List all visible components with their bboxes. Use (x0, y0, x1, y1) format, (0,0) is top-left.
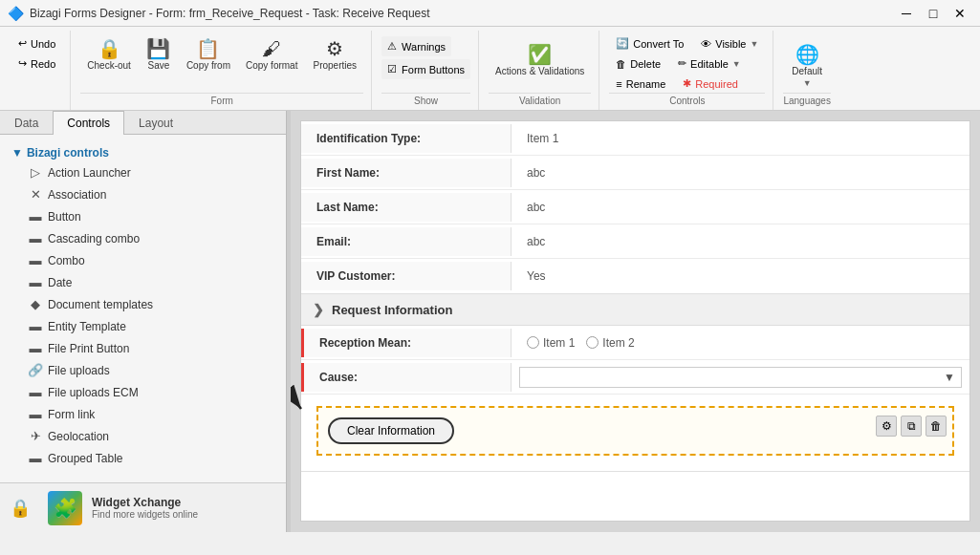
delete-icon: 🗑 (616, 58, 626, 70)
cause-select[interactable]: ▼ (519, 367, 962, 388)
widget-icon: 🧩 (48, 491, 82, 525)
toolbar-group-form: 🔒 Check-out 💾 Save 📋 Copy from 🖌 Copy fo… (73, 31, 372, 110)
editable-dropdown-arrow: ▼ (732, 59, 741, 69)
toolbar: ↩ Undo ↪ Redo . 🔒 Check-out 💾 Save 📋 Cop… (0, 27, 980, 111)
form-buttons-button[interactable]: ☑ Form Buttons (381, 59, 470, 79)
action-launcher-icon: ▷ (28, 165, 43, 180)
copy-format-icon: 🖌 (262, 39, 281, 58)
tree-item-combo[interactable]: ▬ Combo (23, 249, 278, 271)
tree-item-file-uploads[interactable]: 🔗 File uploads (23, 359, 278, 381)
form-buttons-icon: ☑ (387, 63, 397, 75)
tree-item-date[interactable]: ▬ Date (23, 271, 278, 293)
undo-button[interactable]: ↩ Undo (11, 34, 62, 53)
save-icon: 💾 (146, 39, 170, 58)
tree-item-file-print-button[interactable]: ▬ File Print Button (23, 337, 278, 359)
panel-content: ▼ Bizagi controls ▷ Action Launcher ✕ As… (0, 135, 286, 482)
radio-item-2[interactable]: Item 2 (586, 336, 634, 350)
widget-lock-icon: 🔒 (10, 498, 31, 519)
form-link-icon: ▬ (28, 407, 43, 421)
properties-icon: ⚙ (326, 39, 343, 58)
radio-circle-1 (527, 336, 539, 349)
tree-item-action-launcher[interactable]: ▷ Action Launcher (23, 161, 278, 183)
customer-info-section: Identification Type: Item 1 First Name: … (301, 121, 969, 294)
btn-tool-copy[interactable]: ⧉ (901, 416, 922, 437)
rename-button[interactable]: ≡ Rename (609, 75, 672, 93)
redo-button[interactable]: ↪ Redo (11, 54, 62, 73)
tab-controls[interactable]: Controls (53, 111, 124, 135)
validation-group-label: Validation (489, 93, 591, 106)
form-row-cause: Cause: ▼ (301, 360, 969, 395)
title-bar: 🔷 Bizagi Forms Designer - Form: frm_Rece… (0, 0, 980, 27)
tree-item-button[interactable]: ▬ Button (23, 205, 278, 227)
btn-tool-settings[interactable]: ⚙ (876, 416, 897, 437)
radio-item-1[interactable]: Item 1 (527, 336, 575, 350)
form-group-label: Form (80, 93, 363, 106)
vip-value: Yes (512, 262, 969, 290)
association-icon: ✕ (28, 187, 43, 202)
required-button[interactable]: ✱ Required (676, 75, 745, 93)
clear-information-button[interactable]: Clear Information (328, 417, 454, 444)
geolocation-icon: ✈ (28, 429, 43, 443)
cause-value[interactable]: ▼ (512, 363, 969, 392)
delete-button[interactable]: 🗑 Delete (609, 55, 667, 73)
tree-item-geolocation[interactable]: ✈ Geolocation (23, 425, 278, 447)
controls-group-label: Controls (609, 93, 765, 106)
tree-item-cascading-combo[interactable]: ▬ Cascading combo (23, 227, 278, 249)
properties-button[interactable]: ⚙ Properties (306, 34, 363, 75)
file-uploads-icon: 🔗 (28, 363, 43, 377)
copy-format-button[interactable]: 🖌 Copy format (239, 34, 304, 75)
copy-from-button[interactable]: 📋 Copy from (180, 34, 237, 75)
actions-icon: ✅ (528, 45, 552, 64)
toolbar-group-validation: ✅ Actions & Validations Validation (481, 31, 599, 110)
toolbar-group-show: ⚠ Warnings ☑ Form Buttons Show (374, 31, 479, 110)
email-label: Email: (301, 227, 512, 256)
widget-bar[interactable]: 🔒 🧩 Widget Xchange Find more widgets onl… (0, 482, 286, 532)
tree-items: ▷ Action Launcher ✕ Association ▬ Button… (8, 161, 278, 469)
tree-item-file-uploads-ecm[interactable]: ▬ File uploads ECM (23, 381, 278, 403)
tree-item-document-templates[interactable]: ◆ Document templates (23, 293, 278, 315)
cause-select-arrow: ▼ (944, 371, 955, 384)
tree-item-grouped-table[interactable]: ▬ Grouped Table (23, 447, 278, 469)
widget-text: Widget Xchange Find more widgets online (92, 496, 198, 520)
close-button[interactable]: ✕ (947, 4, 972, 23)
visible-dropdown-arrow: ▼ (751, 39, 759, 49)
warnings-button[interactable]: ⚠ Warnings (381, 36, 451, 56)
date-icon: ▬ (28, 275, 43, 289)
tab-layout[interactable]: Layout (124, 111, 187, 135)
toolbar-group-languages: 🌐 Default ▼ Languages (775, 31, 838, 110)
visible-icon: 👁 (701, 38, 711, 50)
save-button[interactable]: 💾 Save (140, 34, 178, 75)
grouped-table-icon: ▬ (28, 451, 43, 465)
redo-icon: ↪ (18, 57, 27, 70)
minimize-button[interactable]: ─ (894, 4, 919, 23)
tree-item-entity-template[interactable]: ▬ Entity Template (23, 315, 278, 337)
required-icon: ✱ (683, 77, 691, 90)
radio-circle-2 (586, 336, 599, 349)
checkout-icon: 🔒 (98, 39, 121, 58)
language-dropdown-arrow: ▼ (803, 78, 812, 88)
visible-button[interactable]: 👁 Visible ▼ (694, 35, 765, 53)
tree-root[interactable]: ▼ Bizagi controls (8, 144, 278, 161)
form-row-email: Email: abc (301, 224, 969, 259)
editable-button[interactable]: ✏ Editable ▼ (671, 54, 748, 73)
form-canvas: Identification Type: Item 1 First Name: … (300, 120, 970, 522)
checkout-button[interactable]: 🔒 Check-out (80, 34, 138, 75)
form-row-id-type: Identification Type: Item 1 (301, 121, 969, 156)
last-name-value: abc (512, 193, 969, 222)
toolbar-group-controls: 🔄 Convert To 👁 Visible ▼ 🗑 Delete ✏ Edit… (601, 31, 773, 110)
radio-label-2: Item 2 (602, 336, 634, 350)
actions-validations-button[interactable]: ✅ Actions & Validations (489, 40, 591, 81)
form-row-vip: VIP Customer: Yes (301, 259, 969, 293)
button-tools: ⚙ ⧉ 🗑 (876, 416, 947, 437)
reception-mean-label: Reception Mean: (301, 329, 512, 357)
cause-select-value (526, 371, 529, 384)
btn-tool-delete[interactable]: 🗑 (926, 416, 947, 437)
maximize-button[interactable]: □ (921, 4, 946, 23)
tree-item-association[interactable]: ✕ Association (23, 183, 278, 205)
tree-item-form-link[interactable]: ▬ Form link (23, 403, 278, 425)
tab-data[interactable]: Data (0, 111, 53, 135)
section-chevron-icon[interactable]: ❯ (313, 302, 324, 317)
convert-to-button[interactable]: 🔄 Convert To (609, 34, 690, 53)
default-language-button[interactable]: 🌐 Default ▼ (785, 40, 829, 93)
toolbar-group-undoredo: ↩ Undo ↪ Redo . (4, 31, 71, 110)
